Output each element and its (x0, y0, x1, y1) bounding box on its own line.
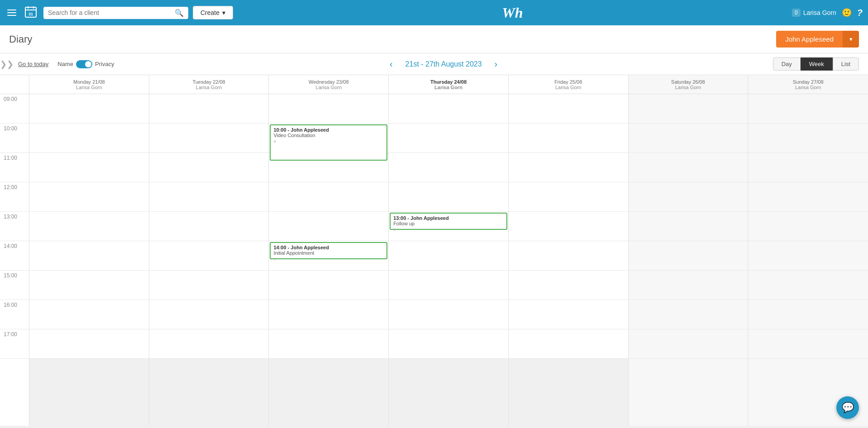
cell[interactable] (748, 271, 868, 300)
tab-day[interactable]: Day (773, 57, 801, 71)
cell[interactable] (149, 329, 269, 359)
cell[interactable] (149, 241, 269, 271)
cell[interactable] (389, 329, 508, 359)
cell[interactable] (748, 94, 868, 124)
cell[interactable] (269, 329, 388, 359)
time-column: 09:00 10:00 11:00 12:00 13:00 14:00 15:0… (0, 75, 29, 426)
nav-logo-area: Wh (238, 5, 787, 21)
search-box: 🔍 (43, 7, 188, 19)
cell[interactable] (748, 329, 868, 359)
sidebar-toggle-button[interactable]: ❯❯ (0, 59, 14, 69)
day-col-friday: Friday 25/08 Larisa Gorn (509, 75, 629, 426)
cell[interactable] (29, 271, 149, 300)
search-input[interactable] (48, 9, 172, 16)
cell[interactable] (149, 271, 269, 300)
cell[interactable] (748, 300, 868, 329)
cell[interactable] (389, 153, 508, 182)
cell[interactable] (389, 124, 508, 153)
cell[interactable] (149, 212, 269, 241)
cell[interactable] (509, 94, 628, 124)
cell[interactable] (389, 271, 508, 300)
cell[interactable] (29, 329, 149, 359)
cell[interactable] (269, 271, 388, 300)
tab-week[interactable]: Week (801, 57, 833, 71)
date-range: 21st - 27th August 2023 (405, 60, 482, 68)
client-button-wrap: John Appleseed ▾ (776, 31, 859, 48)
cell[interactable] (748, 241, 868, 271)
cell[interactable] (629, 271, 748, 300)
cell[interactable] (748, 153, 868, 182)
cell[interactable] (269, 300, 388, 329)
cell[interactable] (509, 271, 628, 300)
cell[interactable] (149, 94, 269, 124)
cell[interactable] (29, 94, 149, 124)
cell[interactable] (29, 241, 149, 271)
cell[interactable] (509, 212, 628, 241)
go-to-today-button[interactable]: Go to today (18, 61, 48, 67)
cell[interactable] (629, 300, 748, 329)
cell[interactable] (748, 182, 868, 212)
days-grid: Monday 21/08 Larisa Gorn Tuesday 22/08 L… (29, 75, 868, 426)
day-header-wednesday: Wednesday 23/08 Larisa Gorn (269, 75, 388, 94)
cell[interactable] (509, 182, 628, 212)
cell[interactable] (29, 300, 149, 329)
cell[interactable] (29, 153, 149, 182)
time-slot-10: 10:00 (0, 124, 29, 153)
cell[interactable] (629, 241, 748, 271)
appointment-followup[interactable]: 13:00 - John Appleseed Follow up ≡ (390, 213, 507, 230)
calendar-icon-button[interactable]: 31 (23, 4, 39, 22)
svg-text:31: 31 (29, 12, 33, 16)
next-week-button[interactable]: › (491, 57, 501, 71)
cell[interactable] (29, 182, 149, 212)
client-button-dropdown[interactable]: ▾ (843, 31, 859, 48)
cell[interactable] (389, 300, 508, 329)
cell[interactable] (269, 94, 388, 124)
cell[interactable] (29, 212, 149, 241)
cell[interactable] (629, 94, 748, 124)
cell[interactable] (389, 241, 508, 271)
cell[interactable] (629, 212, 748, 241)
day-col-saturday: Saturday 26/08 Larisa Gorn (629, 75, 749, 426)
client-button[interactable]: John Appleseed (776, 31, 843, 48)
cell[interactable] (629, 329, 748, 359)
name-toggle-switch[interactable] (76, 60, 92, 68)
create-button[interactable]: Create ▾ (193, 6, 233, 19)
day-header-sunday: Sunday 27/08 Larisa Gorn (748, 75, 868, 94)
nav-right: 0 Larisa Gorn 🙂 ? (792, 8, 863, 18)
day-col-tuesday: Tuesday 22/08 Larisa Gorn (149, 75, 269, 426)
cell[interactable] (269, 182, 388, 212)
cell[interactable] (748, 124, 868, 153)
hamburger-button[interactable] (5, 8, 18, 18)
cell[interactable] (389, 94, 508, 124)
prev-week-button[interactable]: ‹ (386, 57, 396, 71)
cell[interactable] (629, 182, 748, 212)
chat-bubble[interactable]: 💬 (836, 396, 859, 419)
cell[interactable] (29, 124, 149, 153)
cell[interactable] (389, 182, 508, 212)
cell[interactable] (509, 300, 628, 329)
name-label: Name (57, 61, 73, 67)
user-name[interactable]: Larisa Gorn (803, 9, 836, 16)
day-col-sunday: Sunday 27/08 Larisa Gorn (748, 75, 868, 426)
appointment-video-consultation[interactable]: 10:00 - John Appleseed Video Consultatio… (270, 124, 387, 161)
cell[interactable] (629, 153, 748, 182)
cell[interactable] (509, 241, 628, 271)
chevron-down-icon: ▾ (222, 9, 225, 16)
cell[interactable] (509, 153, 628, 182)
tab-list[interactable]: List (833, 57, 859, 71)
view-tabs: Day Week List (773, 57, 859, 71)
cell[interactable] (269, 212, 388, 241)
cell[interactable] (149, 300, 269, 329)
smile-icon[interactable]: 🙂 (842, 8, 852, 18)
help-button[interactable]: ? (857, 8, 863, 18)
appointment-initial[interactable]: 14:00 - John Appleseed Initial Appointme… (270, 242, 387, 259)
cell[interactable] (748, 212, 868, 241)
cell[interactable] (149, 182, 269, 212)
cell[interactable] (509, 329, 628, 359)
cell[interactable] (629, 124, 748, 153)
day-col-wednesday: Wednesday 23/08 Larisa Gorn 10:00 - John… (269, 75, 389, 426)
cell[interactable] (149, 153, 269, 182)
calendar-grid: 09:00 10:00 11:00 12:00 13:00 14:00 15:0… (0, 75, 868, 426)
cell[interactable] (509, 124, 628, 153)
cell[interactable] (149, 124, 269, 153)
